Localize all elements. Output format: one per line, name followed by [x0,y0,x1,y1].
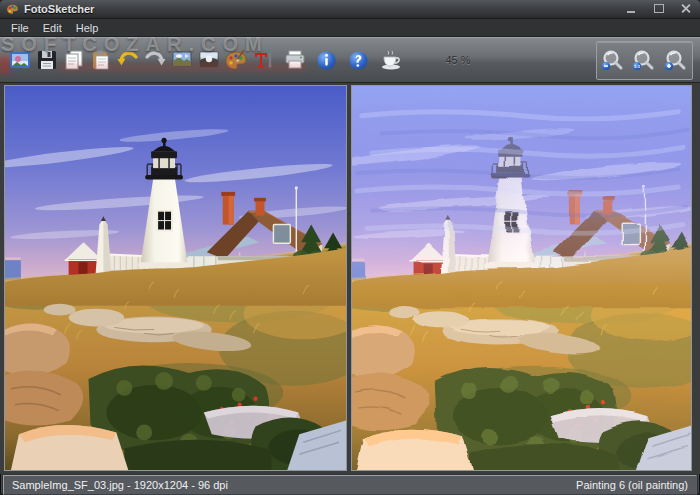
text-tool-icon [251,48,275,72]
toolbar: 45 % 1:1 [0,37,700,83]
fotosketcher-window: FotoSketcher File Edit Help [0,0,700,495]
open-image-button[interactable] [6,42,33,78]
about-button[interactable] [313,42,340,78]
copy-icon [62,48,86,72]
save-image-button[interactable] [33,42,60,78]
zoom-in-button[interactable] [662,44,691,77]
undo-icon [116,48,140,72]
menu-bar: File Edit Help [0,19,700,37]
menu-file[interactable]: File [4,21,36,35]
maximize-button[interactable] [653,4,665,14]
app-icon [6,3,19,16]
original-photo [5,86,346,470]
painted-image-panel[interactable] [351,85,692,471]
minimize-button[interactable] [626,4,638,14]
zoom-controls: 1:1 [596,41,693,80]
zoom-level-label: 45 % [437,54,479,66]
svg-text:1:1: 1:1 [634,64,641,69]
printer-icon [283,48,307,72]
paste-image-button[interactable] [87,42,114,78]
coffee-cup-icon [379,48,403,72]
copy-image-button[interactable] [60,42,87,78]
close-button[interactable] [680,4,692,14]
source-image-icon [197,48,221,72]
zoom-out-icon [601,49,625,73]
zoom-in-icon [664,49,688,73]
zoom-100-button[interactable]: 1:1 [630,44,659,77]
drawing-parameters-button[interactable] [168,42,195,78]
palette-icon [224,48,248,72]
menu-help[interactable]: Help [69,21,106,35]
title-bar[interactable]: FotoSketcher [0,0,700,19]
original-image-panel[interactable] [4,85,347,471]
status-effect-info: Painting 6 (oil painting) [576,479,688,491]
print-button[interactable] [281,42,308,78]
drawing-parameters-icon [170,48,194,72]
paste-icon [89,48,113,72]
window-title: FotoSketcher [24,3,94,15]
donate-button[interactable] [377,42,404,78]
open-image-icon [8,48,32,72]
painted-photo [352,86,691,470]
help-icon [347,49,370,72]
status-file-info: SampleImg_SF_03.jpg - 1920x1204 - 96 dpi [12,479,228,491]
zoom-out-button[interactable] [598,44,627,77]
image-area [0,83,700,474]
modify-source-image-button[interactable] [195,42,222,78]
status-bar: SampleImg_SF_03.jpg - 1920x1204 - 96 dpi… [3,475,697,495]
zoom-100-icon: 1:1 [632,49,656,73]
menu-edit[interactable]: Edit [36,21,69,35]
painting-tools-button[interactable] [222,42,249,78]
redo-icon [143,48,167,72]
undo-button[interactable] [114,42,141,78]
redo-button[interactable] [141,42,168,78]
info-icon [315,49,338,72]
add-text-button[interactable] [249,42,276,78]
help-button[interactable] [345,42,372,78]
save-icon [35,48,59,72]
